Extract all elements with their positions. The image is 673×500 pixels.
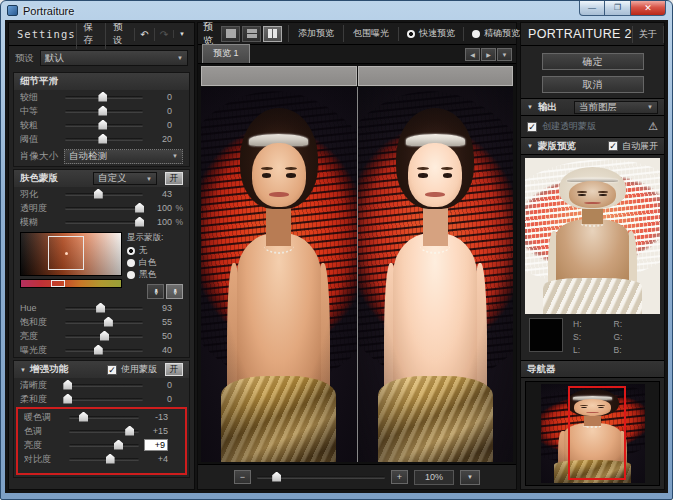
brightness-slider[interactable] (69, 444, 139, 447)
tab-preview-1[interactable]: 预览 1 (202, 44, 250, 63)
hue-slider[interactable] (65, 307, 143, 310)
zoom-slider-thumb[interactable] (272, 472, 281, 482)
preview-image-original[interactable] (201, 87, 357, 462)
slider-thumb[interactable] (94, 345, 103, 355)
output-section-header[interactable]: ▼ 输出 当前图层 ▼ (521, 98, 664, 116)
zoom-in-button[interactable]: + (391, 470, 408, 484)
chevron-down-icon: ▼ (173, 55, 183, 61)
coarse-slider[interactable] (65, 124, 143, 127)
navigator-thumbnail[interactable] (541, 384, 645, 483)
enhancements-header[interactable]: ▼ 增强功能 ✓ 使用蒙版 开 (14, 361, 189, 378)
brightness-value-input[interactable]: +9 (144, 439, 168, 451)
save-button[interactable]: 保存 (76, 22, 105, 49)
bracket-exposure-button[interactable]: 包围曝光 (343, 25, 398, 42)
latitude-slider[interactable] (65, 349, 143, 352)
minimize-button[interactable]: — (579, 1, 605, 16)
slider-thumb[interactable] (79, 412, 88, 422)
luminance-slider[interactable] (65, 335, 143, 338)
softness-slider[interactable] (65, 398, 143, 401)
auto-expand-checkbox-row[interactable]: ✓ 自动展开 (608, 140, 658, 153)
zoom-out-button[interactable]: − (234, 470, 251, 484)
show-mask-option-black[interactable]: 黑色 (127, 270, 183, 280)
slider-thumb[interactable] (114, 440, 123, 450)
threshold-slider[interactable] (65, 138, 143, 141)
hue-strip[interactable] (20, 279, 122, 288)
slider-thumb[interactable] (96, 303, 105, 313)
slider-value: 100 (148, 203, 172, 213)
view-split-vertical-button[interactable] (263, 26, 282, 42)
slider-thumb[interactable] (98, 134, 107, 144)
eyedropper-add-button[interactable]: ✒ (166, 284, 183, 299)
slider-thumb[interactable] (98, 106, 107, 116)
use-mask-checkbox-row[interactable]: ✓ 使用蒙版 (107, 363, 157, 376)
preview-tab-bar: 预览 1 ◀ ▶ ▼ (198, 45, 516, 64)
preset-button[interactable]: 预设 (105, 22, 134, 49)
preset-dropdown[interactable]: 默认 ▼ (40, 50, 188, 66)
quick-preview-radio[interactable]: 快速预览 (398, 27, 463, 41)
add-preview-button[interactable]: 添加预览 (288, 25, 343, 42)
ok-button[interactable]: 确定 (542, 53, 644, 70)
show-mask-option-white[interactable]: 白色 (127, 258, 183, 268)
skin-mask-header[interactable]: 肤色蒙版 自定义 ▼ 开 (14, 170, 189, 187)
navigator-view-rectangle[interactable] (568, 386, 626, 480)
undo-icon[interactable]: ↶ (134, 28, 153, 41)
output-target-dropdown[interactable]: 当前图层 ▼ (574, 101, 658, 114)
opacity-slider[interactable] (65, 207, 143, 210)
hue-marker[interactable] (51, 280, 65, 287)
show-mask-option-none[interactable]: 无 (127, 246, 183, 256)
redo-icon[interactable]: ↷ (154, 28, 173, 41)
portrait-size-dropdown[interactable]: 自动检测 ▼ (64, 149, 183, 164)
saturation-slider[interactable] (65, 321, 143, 324)
view-single-button[interactable] (221, 26, 240, 42)
zoom-preset-button[interactable]: ▼ (460, 470, 480, 485)
maximize-button[interactable]: ❐ (605, 1, 630, 16)
color-selection-rect[interactable] (48, 236, 84, 270)
fine-slider[interactable] (65, 96, 143, 99)
cancel-button[interactable]: 取消 (542, 76, 644, 93)
precise-preview-radio[interactable]: 精确预览 (463, 27, 528, 41)
enhancements-toggle-button[interactable]: 开 (165, 363, 183, 376)
slider-thumb[interactable] (98, 92, 107, 102)
fuzziness-slider[interactable] (65, 221, 143, 224)
navigator-section-header[interactable]: 导航器 (521, 360, 664, 378)
slider-value: 43 (148, 189, 172, 199)
create-mask-row[interactable]: ✓ 创建透明蒙版 ⚠ (521, 116, 664, 137)
slider-thumb[interactable] (104, 317, 113, 327)
slider-hue: Hue 93 (14, 301, 189, 315)
slider-thumb[interactable] (125, 426, 134, 436)
slider-thumb[interactable] (100, 331, 109, 341)
detail-smoothing-header[interactable]: 细节平滑 (14, 73, 189, 90)
slider-thumb[interactable] (94, 189, 103, 199)
tab-menu-button[interactable]: ▼ (497, 48, 512, 61)
slider-thumb[interactable] (135, 203, 144, 213)
skin-mask-toggle-button[interactable]: 开 (165, 172, 183, 185)
zoom-value-box[interactable]: 10% (414, 470, 454, 485)
tab-prev-button[interactable]: ◀ (465, 48, 480, 61)
sharpness-slider[interactable] (65, 384, 143, 387)
slider-value: 0 (148, 120, 172, 130)
contrast-slider[interactable] (69, 458, 139, 461)
skin-mask-preset-dropdown[interactable]: 自定义 ▼ (93, 172, 157, 185)
slider-thumb[interactable] (63, 380, 72, 390)
slider-thumb[interactable] (135, 217, 144, 227)
warmth-slider[interactable] (69, 416, 139, 419)
zoom-slider[interactable] (257, 476, 385, 479)
title-bar[interactable]: Portraiture — ❐ ✕ (1, 1, 672, 20)
preview-image-processed[interactable] (358, 87, 514, 462)
portrait-vignette (201, 87, 357, 462)
view-split-horizontal-button[interactable] (242, 26, 261, 42)
tab-next-button[interactable]: ▶ (481, 48, 496, 61)
feather-slider[interactable] (65, 193, 143, 196)
settings-menu-chevron-down-icon[interactable]: ▼ (173, 30, 190, 38)
eyedropper-button[interactable]: ✒ (147, 284, 164, 299)
color-gradient-box[interactable] (20, 232, 122, 276)
slider-thumb[interactable] (98, 120, 107, 130)
slider-thumb[interactable] (106, 454, 115, 464)
about-button[interactable]: 关于 (632, 26, 663, 43)
close-button[interactable]: ✕ (630, 1, 666, 16)
help-button[interactable]: 帮助 (663, 26, 665, 43)
tint-slider[interactable] (69, 430, 139, 433)
mask-preview-section-header[interactable]: ▼ 蒙版预览 ✓ 自动展开 (521, 137, 664, 155)
medium-slider[interactable] (65, 110, 143, 113)
slider-thumb[interactable] (63, 394, 72, 404)
